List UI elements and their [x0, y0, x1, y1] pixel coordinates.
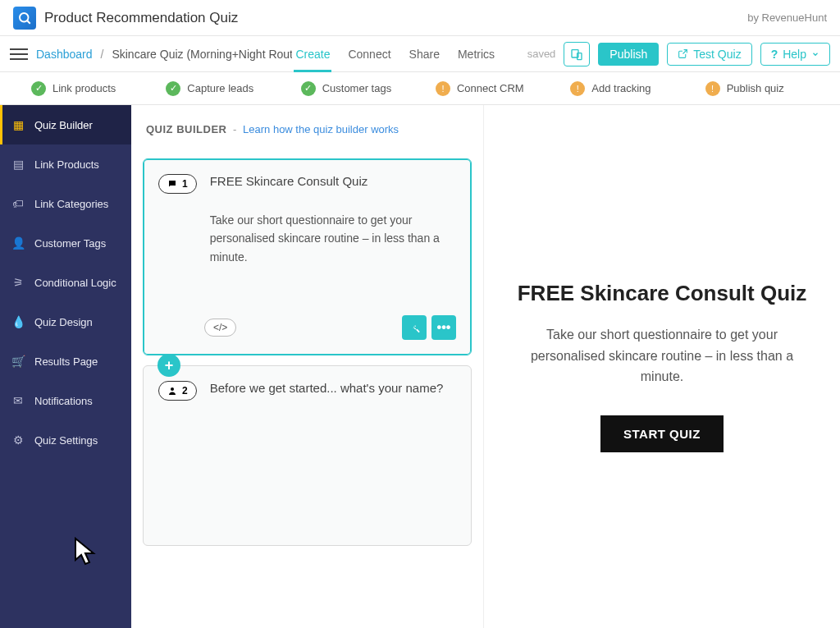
menu-icon[interactable]	[10, 45, 28, 63]
breadcrumb-dashboard[interactable]: Dashboard	[36, 48, 93, 61]
sidebar-item-label: Quiz Builder	[34, 119, 93, 131]
builder-learn-link[interactable]: Learn how the quiz builder works	[243, 123, 399, 135]
person-icon	[167, 386, 177, 396]
box-icon: ▤	[11, 158, 25, 171]
question-badge: 2	[158, 381, 197, 401]
builder-scroll[interactable]: 1 FREE Skincare Consult Quiz Take our sh…	[131, 149, 483, 628]
droplet-icon: 💧	[11, 315, 25, 328]
card-top: 2 Before we get started... what's your n…	[158, 381, 456, 401]
sidebar-item-results-page[interactable]: 🛒 Results Page	[0, 342, 131, 381]
status-label: Connect CRM	[457, 82, 524, 94]
preview-devices-button[interactable]	[564, 42, 590, 66]
warn-icon: !	[436, 81, 450, 96]
help-button[interactable]: ? Help	[760, 43, 830, 66]
code-button[interactable]: </>	[204, 319, 236, 337]
status-label: Publish quiz	[727, 82, 784, 94]
sidebar-item-label: Conditional Logic	[34, 277, 116, 289]
question-badge: 1	[158, 174, 197, 194]
check-icon: ✓	[301, 81, 316, 96]
status-publish-quiz[interactable]: !Publish quiz	[705, 81, 840, 96]
question-number: 2	[182, 385, 188, 397]
app-title: Product Recommendation Quiz	[44, 10, 238, 26]
tab-create[interactable]: Create	[294, 38, 331, 71]
card-content: FREE Skincare Consult Quiz Take our shor…	[210, 174, 456, 266]
status-strip: ✓Link products ✓Capture leads ✓Customer …	[0, 72, 840, 105]
sidebar-item-quiz-settings[interactable]: ⚙ Quiz Settings	[0, 420, 131, 460]
envelope-icon: ✉	[11, 394, 25, 407]
sidebar-item-link-products[interactable]: ▤ Link Products	[0, 144, 131, 184]
warn-icon: !	[705, 81, 720, 96]
speech-icon	[167, 179, 177, 189]
builder-column: QUIZ BUILDER - Learn how the quiz builde…	[131, 105, 484, 628]
tag-icon: 🏷	[11, 197, 25, 210]
by-line: by RevenueHunt	[747, 11, 827, 24]
sidebar-item-quiz-design[interactable]: 💧 Quiz Design	[0, 302, 131, 342]
sidebar-item-label: Customer Tags	[34, 237, 106, 250]
sidebar-item-customer-tags[interactable]: 👤 Customer Tags	[0, 223, 131, 263]
sidebar-item-label: Link Categories	[34, 198, 108, 210]
main: ▦ Quiz Builder ▤ Link Products 🏷 Link Ca…	[0, 105, 840, 628]
question-card-2[interactable]: 2 Before we get started... what's your n…	[143, 365, 472, 546]
status-label: Link products	[52, 82, 116, 94]
preview-title: FREE Skincare Consult Quiz	[518, 281, 807, 306]
gear-icon: ⚙	[11, 433, 25, 447]
status-label: Capture leads	[187, 82, 253, 94]
status-add-tracking[interactable]: !Add tracking	[570, 81, 705, 96]
start-quiz-button[interactable]: START QUIZ	[600, 415, 724, 452]
topbar-left: Product Recommendation Quiz	[13, 7, 238, 30]
sidebar-item-label: Quiz Settings	[34, 434, 98, 447]
status-link-products[interactable]: ✓Link products	[31, 81, 166, 96]
question-icon: ?	[771, 48, 778, 61]
breadcrumb-sep: /	[101, 48, 104, 61]
question-desc[interactable]: Take our short questionnaire to get your…	[210, 211, 456, 266]
question-title[interactable]: FREE Skincare Consult Quiz	[210, 174, 456, 188]
status-label: Customer tags	[322, 82, 392, 94]
svg-point-0	[20, 13, 29, 22]
test-quiz-button[interactable]: Test Quiz	[667, 43, 751, 66]
settings-button[interactable]	[402, 315, 427, 340]
tab-connect[interactable]: Connect	[346, 38, 392, 71]
status-connect-crm[interactable]: !Connect CRM	[436, 81, 570, 96]
sidebar-item-label: Notifications	[34, 395, 93, 407]
saved-label: saved	[527, 48, 556, 60]
builder-sep: -	[233, 123, 236, 135]
tab-metrics[interactable]: Metrics	[456, 38, 496, 71]
wrench-icon	[409, 322, 421, 334]
card-content: Before we get started... what's your nam…	[210, 381, 456, 395]
question-card-1[interactable]: 1 FREE Skincare Consult Quiz Take our sh…	[143, 158, 472, 355]
sidebar-item-label: Results Page	[34, 355, 98, 368]
header-right: saved Publish Test Quiz ? Help	[527, 42, 830, 66]
sidebar-item-quiz-builder[interactable]: ▦ Quiz Builder	[0, 105, 131, 144]
sidebar-item-conditional-logic[interactable]: ⚞ Conditional Logic	[0, 263, 131, 302]
chevron-down-icon	[811, 50, 819, 58]
preview-pane: FREE Skincare Consult Quiz Take our shor…	[484, 105, 840, 628]
builder-header: QUIZ BUILDER - Learn how the quiz builde…	[131, 105, 483, 149]
breadcrumb-quiz-name: Skincare Quiz (Morning+Night Routines) (…	[112, 48, 292, 61]
branch-icon: ⚞	[11, 276, 25, 289]
header: Dashboard / Skincare Quiz (Morning+Night…	[0, 36, 840, 72]
card-actions: •••	[402, 315, 456, 340]
question-title[interactable]: Before we get started... what's your nam…	[210, 381, 456, 395]
svg-point-3	[171, 387, 174, 391]
cart-icon: 🛒	[11, 355, 25, 368]
warn-icon: !	[570, 81, 585, 96]
app-logo	[13, 7, 36, 30]
add-question-button[interactable]: +	[158, 354, 180, 377]
status-capture-leads[interactable]: ✓Capture leads	[166, 81, 300, 96]
external-link-icon	[678, 48, 688, 59]
sidebar-item-notifications[interactable]: ✉ Notifications	[0, 381, 131, 420]
check-icon: ✓	[31, 81, 46, 96]
grid-icon: ▦	[11, 118, 25, 131]
question-card-2-wrap: + 2 Before we get started... what's your…	[143, 365, 472, 546]
sidebar: ▦ Quiz Builder ▤ Link Products 🏷 Link Ca…	[0, 105, 131, 628]
sidebar-item-label: Link Products	[34, 158, 99, 171]
header-left: Dashboard / Skincare Quiz (Morning+Night…	[10, 38, 496, 71]
help-label: Help	[783, 48, 806, 61]
sidebar-item-link-categories[interactable]: 🏷 Link Categories	[0, 184, 131, 223]
more-button[interactable]: •••	[431, 315, 456, 340]
preview-desc: Take our short questionnaire to get your…	[517, 324, 807, 387]
status-customer-tags[interactable]: ✓Customer tags	[301, 81, 436, 96]
publish-button[interactable]: Publish	[598, 43, 659, 66]
tab-share[interactable]: Share	[408, 38, 441, 71]
card-top: 1 FREE Skincare Consult Quiz Take our sh…	[158, 174, 456, 266]
